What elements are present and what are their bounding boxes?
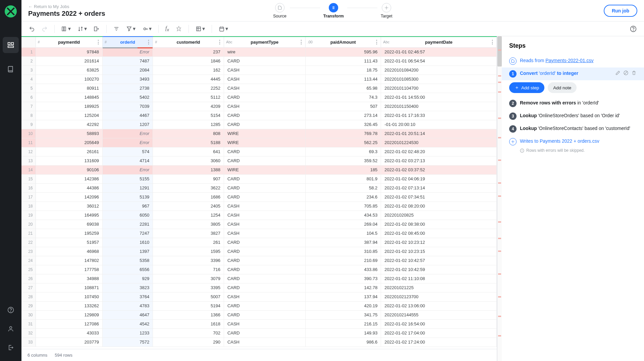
cell[interactable]: 216.15 [305,319,381,328]
column-menu-icon[interactable]: ⋮ [217,39,222,45]
cell[interactable]: 5194 [153,301,224,310]
cell[interactable]: CARD [224,283,305,292]
cell[interactable]: 4714 [102,156,153,165]
cell[interactable]: 111.43 [305,56,381,65]
cell[interactable]: CARD [224,256,305,265]
cell[interactable]: 3827 [153,229,224,238]
cell[interactable]: 129809 [36,310,102,319]
cell[interactable]: 1207 [102,120,153,129]
cell[interactable]: 142.78 [305,283,381,292]
step-3[interactable]: 3 Lookup 'OnlineStoreOrders' based on 'O… [509,110,637,123]
cell[interactable]: WIRE [224,129,305,138]
sort-button[interactable]: ▾ [75,24,90,34]
cell[interactable]: 1618 [153,319,224,328]
cell[interactable]: 142386 [36,174,102,183]
table-row[interactable]: 151423865155907CARD801.92022-01-02 04:06… [21,174,497,183]
cell[interactable]: -01-01 20:00:10 [381,120,497,129]
toolbar-help-icon[interactable] [627,24,639,34]
table-row[interactable]: 220161474871846CARD111.432022-01-01 06:5… [21,56,497,65]
cell[interactable]: 769.78 [305,129,381,138]
table-row[interactable]: 614884554025112CARD74.32022-01-01 14:55:… [21,93,497,102]
cell[interactable]: 7039 [102,102,153,111]
cell[interactable]: 80911 [36,84,102,93]
cell[interactable]: 1388 [153,165,224,174]
cell[interactable]: 104.5 [305,229,381,238]
cell[interactable]: 1254 [153,211,224,220]
cell[interactable]: 2022-01-01 14:55:00 [381,93,497,102]
cell[interactable]: 2022-01-01 20:51:14 [381,129,497,138]
tab-source[interactable]: Source [270,3,290,18]
cell[interactable]: 907 [153,174,224,183]
cell[interactable]: CARD [224,247,305,256]
cell[interactable]: CASH [224,102,305,111]
cell[interactable]: 20220101084200 [381,65,497,75]
cell[interactable]: 273.14 [305,111,381,120]
table-row[interactable]: 22519571610261CARD387.942022-01-02 10:23… [21,238,497,247]
cell[interactable]: 100270 [36,75,102,84]
cell[interactable]: 801.9 [305,174,381,183]
schedule-button[interactable]: ▾ [216,24,231,34]
cell[interactable]: 3823 [102,283,153,292]
cell[interactable]: 420.19 [305,301,381,310]
table-row[interactable]: 26349889293079CARD390.732022-01-02 11:10… [21,274,497,283]
cell[interactable]: CARD [224,147,305,156]
cell[interactable]: 58893 [36,129,102,138]
aggregate-button[interactable]: ▾ [193,24,208,34]
cell[interactable]: WIRE [224,165,305,174]
app-logo[interactable] [5,5,17,17]
cell[interactable]: 69.3 [305,147,381,156]
cell[interactable]: 929 [102,274,153,283]
source-file-link[interactable]: Payments-2022-01.csv [545,58,593,63]
table-row[interactable]: 234696813971595CARD310.852022-01-02 10:2… [21,247,497,256]
cell[interactable]: 108871 [36,283,102,292]
cell[interactable]: 2022-01-02 03:37:52 [381,165,497,174]
column-header-paidAmount[interactable]: .00paidAmount⋮ [305,37,381,47]
cell[interactable]: Error [102,129,153,138]
cell[interactable]: 4542 [102,319,153,328]
table-row[interactable]: 332037797572290CASH986.62022-01-02 17:24… [21,337,497,347]
cell[interactable]: 2022-01-02 13:06:00 [381,301,497,310]
cell[interactable]: 42292 [36,120,102,129]
edit-icon[interactable] [615,70,621,76]
cell[interactable]: 113.44 [305,75,381,84]
table-row[interactable]: 1714209651391686CARD234.62022-01-02 07:3… [21,192,497,201]
table-row[interactable]: 812520444675154CARD273.142022-01-01 17:1… [21,111,497,120]
cell[interactable]: 164995 [36,211,102,220]
cell[interactable]: 4647 [102,310,153,319]
cell[interactable]: 310.85 [305,247,381,256]
column-menu-icon[interactable]: ⋮ [374,39,379,45]
cell[interactable]: 234.6 [305,192,381,201]
cell[interactable]: 2022-01-02 07:13:14 [381,183,497,192]
cell[interactable]: CARD [224,265,305,274]
cell[interactable]: CASH [224,292,305,301]
cell[interactable]: 44386 [36,183,102,192]
add-step-button[interactable]: ＋Add step [509,82,544,93]
cell[interactable]: 2738 [102,84,153,93]
cell[interactable]: CASH [224,84,305,93]
cell[interactable]: 562.25 [305,138,381,147]
cell[interactable]: 7247 [102,229,153,238]
disable-icon[interactable] [623,70,629,76]
cell[interactable]: 3396 [153,256,224,265]
target-file-link[interactable]: Payments 2022 + orders.csv [540,138,599,144]
cell[interactable]: 1397 [102,247,153,256]
user-icon[interactable] [3,321,19,337]
cell[interactable]: CASH [224,337,305,347]
cell[interactable]: 1610 [102,238,153,247]
cell[interactable]: 202201021225 [381,283,497,292]
cell[interactable]: 2405 [153,201,224,211]
cell[interactable]: 3493 [102,75,153,84]
cell[interactable]: 58.2 [305,183,381,192]
cell[interactable]: 63825 [36,65,102,75]
cell[interactable]: 90106 [36,165,102,174]
cell[interactable]: CASH [224,211,305,220]
cell[interactable]: 65.98 [305,84,381,93]
cell[interactable]: 2022-01-02 03:27:13 [381,156,497,165]
cell[interactable]: 26161 [36,147,102,156]
cell[interactable]: WIRE [224,138,305,147]
cell[interactable]: 2022-01-02 08:38:00 [381,220,497,229]
cell[interactable]: 1686 [153,192,224,201]
cell[interactable]: 3079 [153,274,224,283]
run-job-button[interactable]: Run job [604,5,637,17]
cell[interactable]: CARD [224,156,305,165]
